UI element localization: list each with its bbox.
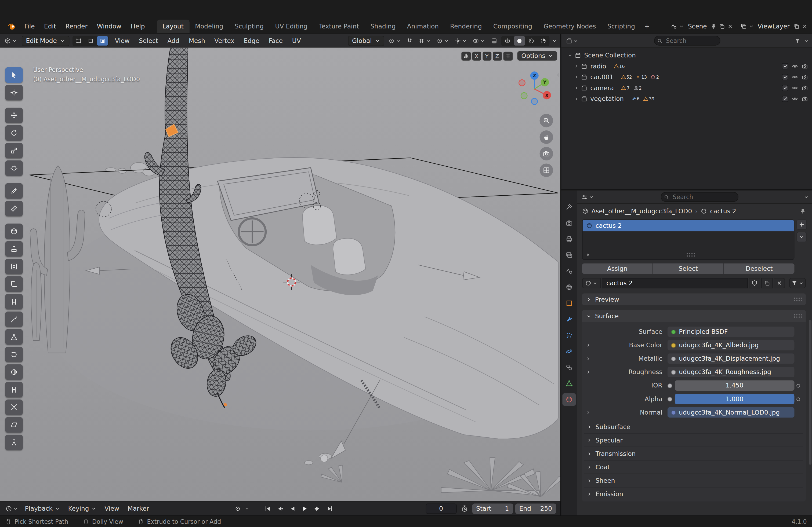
tab-constraints[interactable] (562, 361, 576, 374)
tab-particles[interactable] (562, 329, 576, 342)
new-viewlayer-icon[interactable] (794, 23, 800, 30)
snap-settings-button[interactable] (417, 35, 432, 46)
tab-physics[interactable] (562, 345, 576, 358)
panel-grip[interactable] (794, 297, 802, 302)
metallic-texture-field[interactable]: udugcc3fa_4K_Displacement.jpg (668, 353, 794, 364)
roughness-texture-field[interactable]: udugcc3fa_4K_Roughness.jpg (668, 367, 794, 377)
outliner-row-vegetation[interactable]: vegetation 6 39 (562, 93, 812, 104)
pin-icon[interactable] (710, 23, 717, 30)
panel-grip[interactable] (794, 314, 802, 318)
vertex-select-mode-button[interactable] (73, 36, 84, 45)
chevron-right-icon[interactable] (585, 410, 591, 415)
properties-editor-type-button[interactable] (580, 192, 596, 202)
workspace-tab-compositing[interactable]: Compositing (488, 19, 538, 33)
camera-view-button[interactable] (540, 147, 553, 161)
workspace-tab-sculpting[interactable]: Sculpting (229, 19, 270, 33)
tool-move[interactable] (5, 108, 23, 123)
unlink-material-button[interactable] (773, 278, 785, 288)
disable-render-camera-icon[interactable] (801, 63, 808, 69)
chevron-down-icon[interactable] (568, 52, 573, 58)
viewlayer-selector[interactable]: ViewLayer (741, 23, 808, 30)
exclude-checkbox[interactable] (782, 95, 788, 102)
mode-dropdown[interactable]: Edit Mode (22, 35, 69, 46)
show-gizmo-button[interactable] (453, 35, 468, 46)
snap-grid-button[interactable] (503, 51, 512, 60)
chevron-right-icon[interactable] (585, 343, 591, 348)
tool-shrink-fatten[interactable] (5, 400, 23, 415)
tab-tool[interactable] (562, 201, 576, 213)
outliner-row-camera[interactable]: camera 7 2 (562, 82, 812, 93)
tool-rotate[interactable] (5, 125, 23, 141)
mirror-y-toggle[interactable]: Y (482, 51, 491, 60)
filter-icon[interactable] (794, 37, 800, 44)
xray-toggle-button[interactable] (489, 35, 499, 46)
surface-panel-header[interactable]: Surface (582, 310, 806, 322)
stopwatch-icon[interactable] (461, 505, 468, 512)
play-reverse-button[interactable] (287, 503, 298, 513)
hide-viewport-eye-icon[interactable] (792, 63, 798, 69)
tab-output[interactable] (562, 233, 576, 245)
outliner-row-car-001[interactable]: car.001 52 13 2 (562, 71, 812, 82)
normal-texture-field[interactable]: udugcc3fa_4K_Normal_LOD0.jpg (668, 407, 794, 418)
menu-keying[interactable]: Keying (65, 505, 99, 512)
tool-spin[interactable] (5, 347, 23, 362)
select-button[interactable]: Select (653, 264, 723, 274)
outliner-row-radio[interactable]: radio 16 (562, 61, 812, 71)
hide-viewport-eye-icon[interactable] (792, 85, 798, 91)
menu-face[interactable]: Face (265, 37, 286, 44)
edge-select-mode-button[interactable] (85, 36, 96, 45)
workspace-tab-modeling[interactable]: Modeling (189, 19, 229, 33)
tool-smooth[interactable] (5, 364, 23, 380)
material-shading-button[interactable] (525, 36, 537, 45)
viewport-canvas[interactable] (0, 47, 561, 501)
tool-cursor[interactable] (5, 85, 23, 100)
menu-edit[interactable]: Edit (40, 19, 61, 33)
alpha-slider[interactable]: 1.000 (675, 394, 794, 404)
tool-bevel[interactable] (5, 276, 23, 292)
workspace-tab-layout[interactable]: Layout (157, 19, 189, 33)
tab-material[interactable] (562, 393, 576, 406)
transform-orientation-dropdown[interactable]: Global (348, 35, 384, 46)
frame-end-field[interactable]: End 250 (515, 503, 556, 514)
tool-transform[interactable] (5, 161, 23, 176)
play-button[interactable] (299, 503, 310, 513)
tool-knife[interactable] (5, 312, 23, 327)
material-filter-button[interactable] (789, 278, 806, 288)
chevron-down-icon[interactable] (804, 194, 809, 199)
tool-extrude-region[interactable] (5, 241, 23, 257)
expand-icon[interactable] (586, 252, 591, 257)
menu-playback[interactable]: Playback (22, 505, 63, 512)
hide-viewport-eye-icon[interactable] (792, 74, 798, 80)
editor-type-button[interactable] (3, 35, 19, 46)
hide-viewport-eye-icon[interactable] (792, 95, 798, 102)
rendered-shading-button[interactable] (538, 36, 549, 45)
preview-panel-header[interactable]: Preview (582, 293, 806, 305)
tool-tweak[interactable] (5, 67, 23, 83)
tab-scene[interactable] (562, 265, 576, 277)
chevron-right-icon[interactable] (585, 356, 591, 361)
workspace-tab-texture-paint[interactable]: Texture Paint (313, 19, 365, 33)
material-specials-button[interactable] (796, 232, 807, 242)
scene-selector[interactable]: Scene (671, 23, 733, 30)
tab-object-data[interactable] (562, 377, 576, 390)
shading-options-chevron-icon[interactable] (552, 38, 557, 43)
chevron-right-icon[interactable] (574, 96, 579, 101)
tool-shear[interactable] (5, 417, 23, 433)
pin-icon[interactable] (800, 208, 806, 214)
breadcrumb-data[interactable]: cactus 2 (710, 207, 736, 215)
solid-shading-button[interactable] (514, 36, 525, 45)
chevron-right-icon[interactable] (585, 370, 591, 375)
animate-decorator-icon[interactable] (796, 397, 800, 401)
workspace-tab-shading[interactable]: Shading (365, 19, 401, 33)
tool-scale[interactable] (5, 143, 23, 158)
remove-viewlayer-icon[interactable] (801, 23, 808, 30)
new-scene-icon[interactable] (719, 23, 725, 30)
jump-to-end-button[interactable] (324, 503, 335, 513)
menu-window[interactable]: Window (92, 19, 126, 33)
tool-poly-build[interactable] (5, 329, 23, 345)
tool-measure[interactable] (5, 201, 23, 216)
overlays-button[interactable] (471, 35, 487, 46)
options-button[interactable]: Options (517, 51, 557, 61)
outliner-editor-type-button[interactable] (564, 35, 580, 46)
exclude-checkbox[interactable] (782, 63, 788, 69)
